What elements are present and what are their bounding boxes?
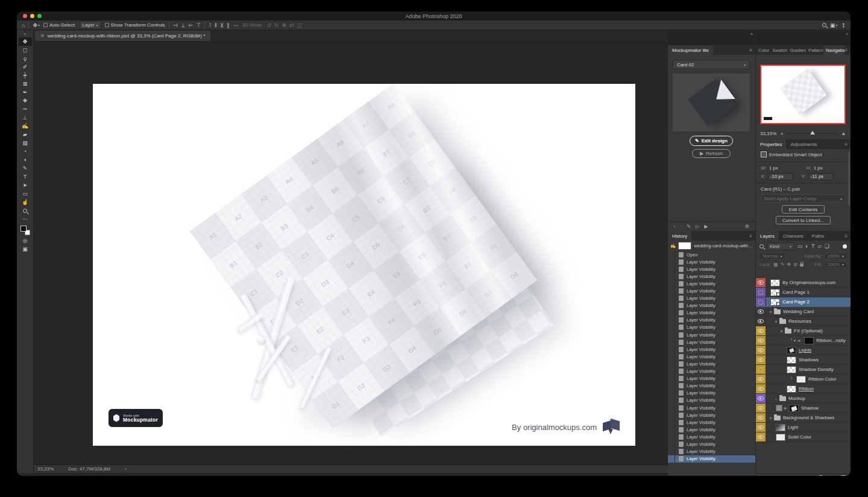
visibility-toggle[interactable]: [756, 394, 766, 403]
marquee-tool[interactable]: ◻: [19, 46, 32, 54]
healing-brush-tool[interactable]: ✚: [19, 97, 32, 105]
layer-row[interactable]: Ribbon: [756, 384, 851, 394]
scrollbar[interactable]: [848, 151, 850, 206]
zoom-tool[interactable]: [19, 206, 32, 215]
screen-mode-icon[interactable]: ▣: [19, 245, 32, 253]
history-source-checkbox[interactable]: [668, 287, 675, 294]
history-row[interactable]: Layer Visibility: [668, 353, 755, 360]
history-row[interactable]: Layer Visibility: [668, 287, 755, 294]
3d-pan-icon[interactable]: ✥: [282, 22, 287, 28]
history-source-checkbox[interactable]: [668, 317, 675, 324]
group-chevron-icon[interactable]: ∨: [768, 416, 773, 420]
history-source-checkbox[interactable]: [668, 368, 675, 375]
visibility-toggle[interactable]: [756, 288, 766, 297]
visibility-toggle[interactable]: [756, 355, 766, 364]
tab-pattern[interactable]: Pattern: [806, 45, 823, 55]
layer-row[interactable]: ›Mockup: [756, 394, 851, 404]
status-options-chevron-icon[interactable]: ›: [125, 466, 127, 472]
group-chevron-icon[interactable]: ›: [773, 397, 779, 400]
history-row[interactable]: Layer Visibility: [668, 440, 755, 448]
document-canvas[interactable]: A1A2A3A4A5A6A7A8B1B2B3B4B5B6B7B8C1C2C3C4…: [93, 84, 635, 446]
history-source-checkbox[interactable]: [668, 375, 675, 382]
tab-properties[interactable]: Properties: [756, 139, 786, 149]
history-row[interactable]: Layer Visibility: [668, 258, 755, 265]
tab-color[interactable]: Color: [756, 45, 770, 55]
tool-preset-icon[interactable]: ✥▾: [33, 22, 40, 28]
visibility-toggle[interactable]: [756, 307, 766, 316]
layer-row[interactable]: ∞Shadow: [756, 404, 851, 413]
layer-row[interactable]: Shadows: [756, 355, 851, 365]
visibility-toggle[interactable]: [756, 278, 766, 287]
auto-select-target-dropdown[interactable]: Layer ▾: [80, 21, 101, 29]
history-row[interactable]: Layer Visibility: [668, 302, 755, 309]
distribute-bottom-icon[interactable]: ⊻: [220, 22, 224, 28]
visibility-toggle[interactable]: [756, 384, 766, 393]
align-top-edges-icon[interactable]: ⊤: [196, 22, 201, 28]
type-tool[interactable]: T: [19, 173, 32, 181]
history-row[interactable]: Layer Visibility: [668, 455, 755, 463]
pencil-icon[interactable]: ✎: [687, 224, 691, 229]
mockup-preset-dropdown[interactable]: Card 02 ▾: [673, 60, 750, 69]
auto-select-checkbox[interactable]: Auto-Select:: [43, 22, 76, 28]
history-row[interactable]: Layer Visibility: [668, 360, 755, 367]
history-row[interactable]: Layer Visibility: [668, 368, 755, 375]
eyedropper-tool[interactable]: ✒: [19, 88, 32, 97]
visibility-toggle[interactable]: [756, 404, 766, 413]
tab-navigator[interactable]: Navigator: [823, 45, 844, 55]
history-source-checkbox[interactable]: [668, 324, 675, 331]
history-brush-tool[interactable]: ✍: [19, 122, 32, 130]
tab-gradien[interactable]: Gradien: [787, 45, 806, 55]
3d-camera-icon[interactable]: ◫: [297, 22, 303, 28]
dodge-tool[interactable]: ◖: [19, 156, 32, 164]
history-row[interactable]: Layer Visibility: [668, 346, 755, 353]
play-icon[interactable]: ▶: [704, 224, 708, 229]
group-chevron-icon[interactable]: ∨: [773, 319, 779, 323]
panel-menu-icon[interactable]: ≡: [749, 48, 752, 53]
tab-layers[interactable]: Layers: [756, 231, 779, 241]
navigator-proxy-view[interactable]: [761, 65, 845, 124]
history-source-checkbox[interactable]: [668, 390, 675, 397]
quick-mask-icon[interactable]: ◎: [19, 236, 32, 245]
crop-tool[interactable]: ┿: [19, 71, 32, 80]
tab-paths[interactable]: Paths: [808, 231, 828, 241]
history-row[interactable]: Open: [668, 251, 755, 258]
layer-row[interactable]: Card Page 2: [756, 297, 851, 307]
history-source-checkbox[interactable]: [668, 419, 675, 426]
color-swatches[interactable]: [20, 226, 30, 235]
edit-design-button[interactable]: ✎ Edit design: [690, 136, 733, 146]
history-source-checkbox[interactable]: [668, 382, 675, 390]
filter-shape-layers-icon[interactable]: ▱: [817, 243, 822, 249]
history-source-checkbox[interactable]: [668, 265, 675, 273]
adjustment-layer-icon[interactable]: ◐: [811, 476, 814, 476]
visibility-toggle[interactable]: [756, 317, 766, 326]
filter-pixel-layers-icon[interactable]: ▭: [797, 243, 802, 249]
visibility-toggle[interactable]: [756, 346, 766, 355]
home-icon[interactable]: ⌂: [22, 22, 25, 28]
history-source-checkbox[interactable]: [668, 302, 675, 309]
tab-adjustments[interactable]: Adjustments: [786, 139, 821, 149]
foreground-color-swatch[interactable]: [20, 226, 27, 232]
layer-row[interactable]: ∨Background & Shadows: [756, 413, 851, 423]
history-row[interactable]: Layer Visibility: [668, 309, 755, 317]
clone-stamp-tool[interactable]: ⊥: [19, 113, 32, 122]
align-left-edges-icon[interactable]: ⊣: [173, 22, 178, 28]
edit-contents-button[interactable]: Edit Contents: [782, 205, 824, 214]
panel-menu-icon[interactable]: ≡: [749, 233, 752, 239]
share-icon[interactable]: ↥: [841, 22, 846, 28]
filter-kind-dropdown[interactable]: Kind ▾: [767, 242, 794, 250]
layer-row[interactable]: By Originalmockups.com: [756, 278, 851, 288]
quick-selection-tool[interactable]: ✐: [19, 63, 32, 71]
show-transform-checkbox[interactable]: Show Transform Controls: [105, 22, 165, 28]
distribute-top-icon[interactable]: ⊺: [209, 22, 212, 28]
3d-slide-icon[interactable]: ⇄: [289, 22, 294, 28]
visibility-toggle[interactable]: [756, 432, 766, 442]
history-row[interactable]: Layer Visibility: [668, 265, 755, 273]
layer-row[interactable]: Shadow Density: [756, 365, 851, 375]
history-brush-source-icon[interactable]: ✍: [670, 243, 676, 248]
history-row[interactable]: Layer Visibility: [668, 338, 755, 346]
history-row[interactable]: Layer Visibility: [668, 397, 755, 404]
back-arrow-icon[interactable]: ‹: [674, 224, 676, 229]
history-source-checkbox[interactable]: [668, 360, 675, 367]
layer-row[interactable]: Solid Color: [756, 432, 851, 442]
path-selection-tool[interactable]: ➤: [19, 181, 32, 189]
